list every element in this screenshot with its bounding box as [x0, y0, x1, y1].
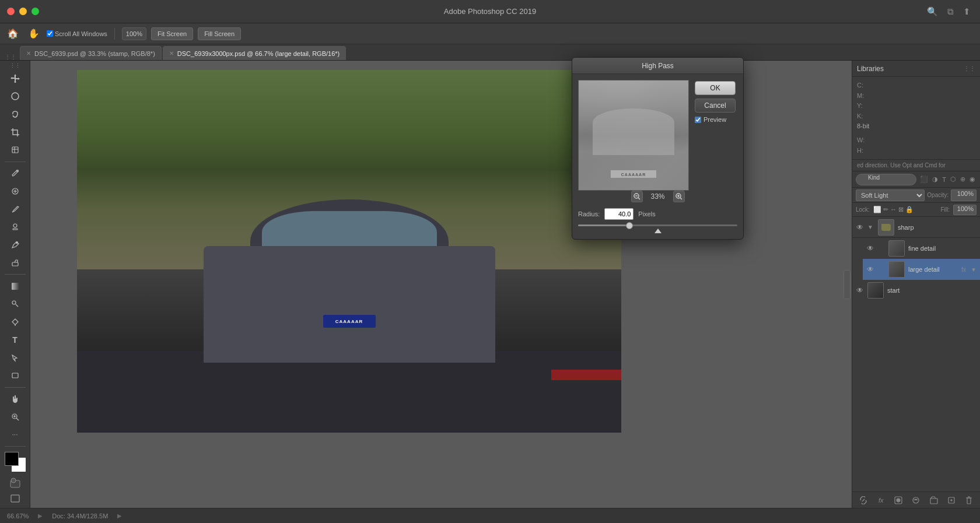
tab-label-0: DSC_6939.psd @ 33.3% (stamp, RGB/8*) — [34, 50, 155, 57]
lock-position-icon[interactable]: ↔ — [890, 206, 897, 213]
tools-panel-arrow[interactable]: ⋮⋮ — [10, 63, 20, 69]
lock-all-icon[interactable]: 🔒 — [905, 206, 914, 213]
lock-pixels-icon[interactable]: ✏ — [883, 206, 888, 213]
text-filter-icon[interactable]: T — [941, 175, 947, 184]
eyedropper-tool[interactable] — [5, 165, 26, 182]
rectangle-tool[interactable] — [5, 367, 26, 384]
more-tools-button[interactable]: ··· — [5, 426, 26, 443]
delete-layer-button[interactable] — [963, 494, 975, 507]
svg-line-14 — [16, 304, 18, 307]
layer-expand-icon[interactable]: ▼ — [971, 266, 977, 273]
opacity-value[interactable]: 100% — [951, 189, 977, 201]
layer-eye-start[interactable]: 👁 — [856, 286, 864, 294]
close-button[interactable] — [7, 8, 15, 15]
tab-0[interactable]: ✕ DSC_6939.psd @ 33.3% (stamp, RGB/8*) — [20, 46, 162, 60]
color-swatch[interactable] — [5, 452, 26, 472]
zoom-tool[interactable] — [5, 408, 26, 425]
hp-zoom-in-button[interactable] — [673, 191, 685, 202]
minimize-button[interactable] — [19, 8, 27, 15]
svg-point-0 — [12, 93, 19, 100]
text-tool[interactable]: T — [5, 331, 26, 348]
path-selection-tool[interactable] — [5, 349, 26, 366]
hp-slider-thumb[interactable] — [626, 222, 633, 229]
move-tool[interactable] — [5, 70, 26, 87]
home-icon[interactable]: 🏠 — [5, 26, 21, 42]
fill-value[interactable]: 100% — [953, 205, 977, 215]
hand-tool-icon[interactable]: ✋ — [26, 26, 42, 42]
crop-tool[interactable] — [5, 124, 26, 141]
hp-preview-checkbox[interactable] — [695, 117, 701, 123]
high-pass-dialog: High Pass CAAAAAR OK Cancel — [572, 57, 744, 240]
tab-scroll-left[interactable]: ⋮⋮ — [5, 54, 20, 60]
tab-1[interactable]: ✕ DSC_6939x3000px.psd @ 66.7% (large det… — [163, 46, 346, 60]
fit-screen-button[interactable]: Fit Screen — [151, 27, 193, 40]
pen-tool[interactable] — [5, 314, 26, 331]
quick-mask-button[interactable] — [5, 475, 26, 490]
healing-tool[interactable] — [5, 182, 26, 199]
layer-fx-icon[interactable]: fx — [961, 266, 966, 273]
stamp-tool[interactable] — [5, 219, 26, 236]
new-group-button[interactable] — [928, 494, 940, 507]
arrange-icon[interactable]: ⧉ — [947, 6, 954, 17]
history-brush-tool[interactable] — [5, 237, 26, 254]
hp-preview-canvas[interactable]: CAAAAAR — [578, 80, 689, 191]
svg-point-22 — [11, 478, 16, 483]
panel-expand-icon[interactable]: ⋮⋮ — [964, 65, 975, 72]
screen-mode-button[interactable] — [5, 491, 26, 506]
shape-filter-icon[interactable]: ⬡ — [949, 174, 957, 184]
layer-item-start[interactable]: 👁 start — [852, 280, 980, 301]
maximize-button[interactable] — [32, 8, 39, 15]
link-layers-button[interactable] — [857, 494, 870, 507]
hp-radius-input[interactable] — [604, 208, 634, 220]
lock-transparent-icon[interactable]: ⬜ — [873, 206, 881, 213]
photo-background: CAAAAAR — [77, 70, 621, 433]
filter-toggle[interactable]: ◉ — [968, 174, 977, 184]
hp-radius-slider[interactable] — [578, 224, 737, 226]
lasso-tool[interactable] — [5, 106, 26, 123]
hp-zoom-out-button[interactable] — [631, 191, 643, 202]
hp-radius-row: Radius: Pixels — [578, 208, 737, 220]
hand-pan-tool[interactable] — [5, 391, 26, 408]
fill-screen-button[interactable]: Fill Screen — [198, 27, 241, 40]
search-icon[interactable]: 🔍 — [927, 6, 938, 17]
ellipse-tool[interactable] — [5, 88, 26, 105]
share-icon[interactable]: ⬆ — [963, 6, 971, 17]
hp-ok-button[interactable]: OK — [695, 81, 736, 95]
hp-scroll-up-indicator[interactable] — [654, 229, 662, 233]
canvas-scroll-handle[interactable] — [844, 270, 850, 299]
dodge-tool[interactable] — [5, 296, 26, 313]
tools-panel: ⋮⋮ — [0, 61, 30, 508]
adjustment-filter-icon[interactable]: ◑ — [931, 174, 939, 184]
layer-eye-large-detail[interactable]: 👁 — [866, 265, 874, 273]
zoom-level-display[interactable]: 100% — [122, 27, 146, 40]
layer-eye-fine-detail[interactable]: 👁 — [866, 244, 874, 252]
layer-item-sharp[interactable]: 👁 ▼ sharp — [852, 217, 980, 238]
gradient-tool[interactable] — [5, 278, 26, 294]
group-arrow-sharp[interactable]: ▼ — [867, 224, 874, 230]
pixel-filter-icon[interactable]: ⬛ — [919, 174, 929, 184]
eraser-tool[interactable] — [5, 254, 26, 271]
hp-preview-label[interactable]: Preview — [704, 116, 726, 123]
tab-close-0[interactable]: ✕ — [26, 51, 31, 57]
scroll-all-windows-checkbox[interactable] — [47, 30, 53, 37]
lock-artboard-icon[interactable]: ⊠ — [898, 206, 904, 213]
brush-tool[interactable] — [5, 201, 26, 217]
add-adjustment-button[interactable] — [909, 494, 922, 507]
status-arrow[interactable]: ▶ — [38, 513, 43, 519]
layer-item-large-detail[interactable]: 👁 large detail fx ▼ — [863, 259, 980, 280]
new-layer-button[interactable] — [945, 494, 958, 507]
add-mask-button[interactable] — [892, 494, 905, 507]
hp-cancel-button[interactable]: Cancel — [695, 99, 736, 113]
blend-mode-row: Soft Light Opacity: 100% — [852, 188, 980, 203]
add-fx-button[interactable]: fx — [874, 494, 887, 507]
info-h-label: H: — [857, 146, 863, 156]
status-arrow-2[interactable]: ▶ — [117, 513, 122, 519]
layer-item-fine-detail[interactable]: 👁 fine detail — [863, 238, 980, 259]
layer-eye-sharp[interactable]: 👁 — [856, 223, 864, 231]
slice-tool[interactable] — [5, 142, 26, 159]
tab-close-1[interactable]: ✕ — [169, 51, 174, 57]
blend-mode-select[interactable]: Soft Light — [856, 189, 925, 201]
svg-rect-1 — [12, 147, 18, 153]
smart-filter-icon[interactable]: ⊕ — [959, 174, 967, 184]
layer-filter-input[interactable]: Kind — [856, 174, 916, 185]
